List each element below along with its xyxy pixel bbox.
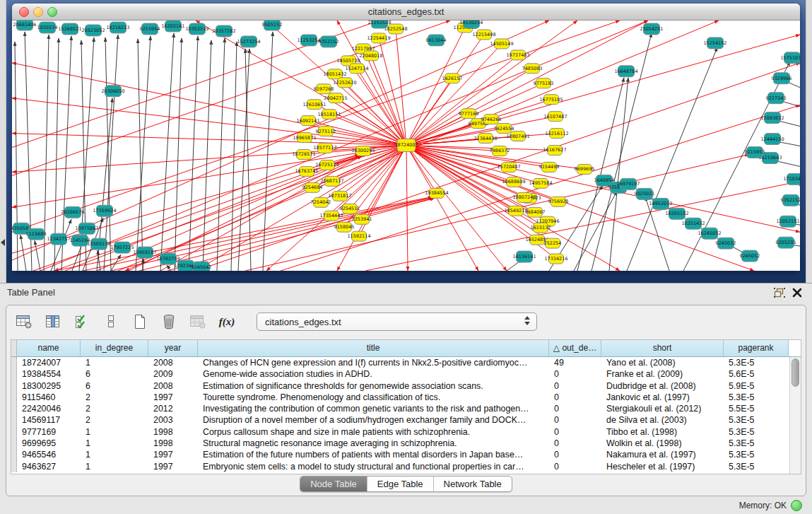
table-row[interactable]: 946554611997Estimation of the future num…: [11, 449, 801, 460]
graph-node[interactable]: 17359924: [93, 205, 116, 216]
graph-node[interactable]: 10807491: [506, 132, 529, 141]
graph-node[interactable]: 20042715: [324, 93, 347, 103]
graph-node[interactable]: 17103451: [783, 173, 800, 185]
graph-node[interactable]: 16245052: [698, 228, 721, 239]
column-header-pagerank[interactable]: pagerank: [724, 340, 789, 356]
graph-node[interactable]: 13216112: [545, 129, 568, 139]
graph-node[interactable]: 12252620: [333, 78, 356, 88]
graph-node[interactable]: 18205152: [665, 208, 688, 219]
table-selector-dropdown[interactable]: citations_edges.txt: [257, 313, 537, 331]
graph-node[interactable]: 9025021: [635, 188, 655, 199]
graph-node[interactable]: 23054251: [640, 23, 663, 35]
graph-node[interactable]: 15247134: [345, 64, 368, 74]
graph-node[interactable]: 20523052: [81, 25, 105, 36]
table-row[interactable]: 969969511998Structural magnetic resonanc…: [11, 438, 801, 449]
table-row[interactable]: 1830029562008Estimation of significance …: [11, 380, 801, 392]
graph-node[interactable]: 19384554: [425, 188, 448, 198]
graph-node[interactable]: 16648784: [614, 66, 637, 77]
graph-node[interactable]: 9254511: [340, 204, 360, 214]
graph-node[interactable]: 11253254: [297, 35, 320, 46]
graph-node[interactable]: 14957584: [529, 178, 552, 188]
close-panel-icon[interactable]: [792, 288, 802, 298]
column-select-icon[interactable]: [44, 313, 62, 330]
network-canvas[interactable]: 1872400718252548122544191221798714505738…: [12, 21, 800, 271]
tab-network-table[interactable]: Network Table: [434, 477, 512, 491]
graph-node[interactable]: 1115689: [26, 228, 47, 240]
graph-node[interactable]: 9329966: [772, 73, 792, 84]
graph-node[interactable]: 15273254: [237, 36, 260, 47]
graph-node[interactable]: 9505152: [262, 21, 283, 30]
graph-node[interactable]: 9254684: [302, 182, 323, 192]
float-panel-icon[interactable]: [774, 288, 785, 298]
graph-node[interactable]: 9245032: [716, 238, 736, 249]
graph-node[interactable]: 1035574: [37, 22, 58, 33]
graph-node[interactable]: 7986372: [490, 146, 510, 156]
graph-node[interactable]: 7254042: [311, 197, 331, 207]
graph-node[interactable]: 19965871: [293, 133, 316, 143]
checkmarks-icon[interactable]: [73, 313, 91, 330]
graph-node[interactable]: 18724007: [394, 139, 418, 152]
graph-node[interactable]: 3624554: [494, 124, 514, 134]
graph-node[interactable]: 9777169: [459, 109, 479, 119]
graph-node[interactable]: 7485083: [522, 64, 543, 74]
graph-node[interactable]: 12052151: [776, 216, 799, 227]
graph-node[interactable]: 9699695: [575, 164, 595, 174]
tab-node-table[interactable]: Node Table: [300, 477, 367, 491]
network-window-titlebar[interactable]: citations_edges.txt: [12, 4, 800, 21]
rows-icon[interactable]: [102, 313, 120, 330]
new-column-icon[interactable]: [131, 313, 149, 330]
graph-node[interactable]: 9352152: [781, 194, 800, 206]
column-header-name[interactable]: name: [17, 340, 81, 356]
graph-node[interactable]: 20306050: [101, 86, 124, 97]
splitter-collapse-icon[interactable]: [1, 239, 5, 246]
table-row[interactable]: 2242004622012Investigating the contribut…: [11, 403, 801, 414]
graph-node[interactable]: 9154499: [539, 162, 560, 172]
graph-node[interactable]: 15254152: [703, 37, 726, 49]
graph-node[interactable]: 9684067: [525, 207, 546, 217]
graph-node[interactable]: 11592114: [347, 231, 370, 241]
column-header-out_degree[interactable]: △ out_de…: [549, 340, 601, 356]
column-header-in_degree[interactable]: in_degree: [81, 340, 148, 356]
graph-node[interactable]: 16205161: [161, 21, 184, 32]
graph-node[interactable]: 20691406: [13, 21, 36, 30]
graph-node[interactable]: 9275112: [316, 127, 336, 136]
graph-node[interactable]: 8613044: [426, 35, 447, 46]
graph-node[interactable]: 9245052: [740, 250, 760, 262]
graph-node[interactable]: 18726571: [292, 149, 315, 159]
graph-node[interactable]: 9197268: [314, 84, 334, 94]
tab-edge-table[interactable]: Edge Table: [367, 477, 434, 491]
table-row[interactable]: 946362711997Embryonic stem cells: a mode…: [11, 461, 801, 472]
graph-node[interactable]: 9352152: [319, 36, 339, 47]
scrollbar-thumb[interactable]: [792, 358, 799, 387]
table-row[interactable]: 977716911998Corpus callosum shape and si…: [11, 426, 801, 438]
table-row[interactable]: 1872400712008Changes of HCN gene express…: [11, 357, 801, 368]
graph-node[interactable]: 9215954: [140, 23, 160, 35]
graph-node[interactable]: 9245042: [192, 262, 212, 271]
column-header-year[interactable]: year: [148, 340, 198, 356]
graph-node[interactable]: 17354447: [319, 211, 343, 221]
graph-node[interactable]: 9746266: [481, 115, 502, 124]
graph-node[interactable]: 16775105: [539, 95, 563, 105]
column-header-short[interactable]: short: [601, 340, 724, 356]
graph-node[interactable]: 12215498: [472, 30, 495, 40]
graph-node[interactable]: 12254419: [367, 33, 390, 43]
graph-node[interactable]: 15720407: [497, 162, 520, 172]
graph-node[interactable]: 15751074: [780, 52, 800, 64]
graph-node[interactable]: 17334216: [544, 254, 567, 264]
graph-node[interactable]: 10688609: [502, 177, 525, 187]
trash-icon[interactable]: [160, 313, 178, 330]
graph-node[interactable]: 18731817: [328, 191, 351, 201]
vertical-scrollbar[interactable]: [789, 357, 801, 474]
graph-node[interactable]: 15268521: [58, 23, 81, 35]
memory-status-indicator[interactable]: [791, 500, 802, 511]
graph-node[interactable]: 8215953: [745, 146, 765, 158]
table-row[interactable]: 1938455462009Genome-wide association stu…: [11, 368, 801, 380]
graph-node[interactable]: 14136141: [512, 251, 536, 262]
graph-node[interactable]: 21364436: [473, 134, 497, 144]
table-row[interactable]: 1456911722003Disruption of a novel membe…: [11, 414, 801, 426]
graph-node[interactable]: 18216213: [106, 22, 129, 33]
graph-node[interactable]: 13505135: [87, 238, 110, 250]
graph-node[interactable]: 9227343: [766, 93, 787, 104]
graph-node[interactable]: 9158045: [334, 222, 355, 232]
graph-node[interactable]: 14505149: [490, 39, 513, 49]
